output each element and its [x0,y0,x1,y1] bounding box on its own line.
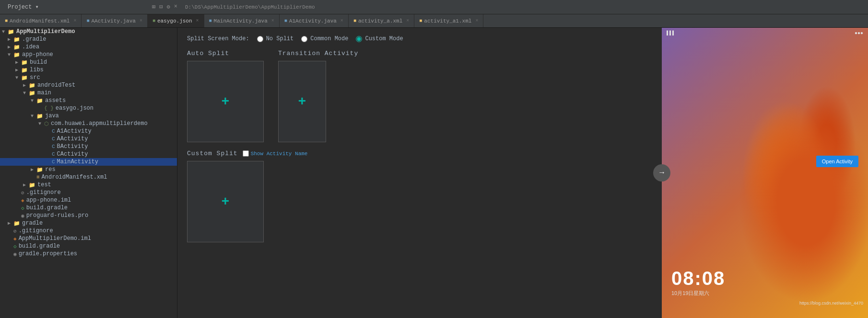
arrow-icon: ▶ [8,36,13,42]
tree-item-AndroidManifest[interactable]: ≡ AndroidManifest.xml [0,173,177,181]
folder-icon: 📁 [29,90,35,96]
split-screen-mode: Split Screen Mode: No Split Common Mode … [187,35,652,42]
arrow-icon: ▶ [23,82,29,88]
custom-split-plus-icon: + [222,194,230,209]
tab-AActivity[interactable]: ■ AActivity.java × [82,14,147,27]
date-display: 10月19日星期六 [671,290,709,297]
no-split-label[interactable]: No Split [266,35,294,42]
tree-item-gitignore-root[interactable]: ⊘ .gitignore [0,227,177,235]
common-mode-radio[interactable] [301,36,307,42]
tree-item-java[interactable]: ▼ 📁 java [0,112,177,120]
tree-item-AActivity[interactable]: C AActivity [0,135,177,143]
tree-item-build-gradle-root[interactable]: ◇ build.gradle [0,242,177,250]
tree-item-gradle-root[interactable]: ▶ 📁 gradle [0,219,177,227]
no-split-radio[interactable] [257,36,263,42]
tab-easygo[interactable]: ■ easygo.json × [148,14,204,27]
arrow-icon: ▼ [8,52,13,57]
tree-item-AppMultiplierDemo[interactable]: ▼ 📁 AppMultiplierDemo [0,28,177,35]
close-icon[interactable]: × [174,3,177,11]
custom-mode-radio[interactable] [356,36,362,42]
tab-close-activity-a[interactable]: × [406,18,409,23]
folder-icon: 📁 [21,59,28,66]
auto-split-section: Auto Split + [187,50,264,142]
gear-icon[interactable]: ⚙ [167,3,170,11]
tree-item-main[interactable]: ▼ 📁 main [0,89,177,97]
tab-close-AndroidManifest[interactable]: × [73,18,76,23]
tree-item-CActivity[interactable]: C CActivity [0,150,177,158]
auto-split-box[interactable]: + [187,61,264,142]
tree-item-app-iml[interactable]: ◈ app-phone.iml [0,196,177,204]
tree-item-build-gradle-app[interactable]: ◇ build.gradle [0,204,177,212]
tree-item-idea[interactable]: ▶ 📁 .idea [0,43,177,51]
xml-file-icon: ≡ [36,174,40,180]
tree-item-BActivity[interactable]: C BActivity [0,143,177,150]
tab-close-MainActivity[interactable]: × [271,18,274,23]
java-icon: ■ [209,18,212,23]
new-window-icon[interactable]: ⊞ [152,3,155,11]
tree-item-easygo-json[interactable]: { } easygo.json [0,104,177,112]
arrow-icon: ▼ [15,75,21,80]
json-icon: ■ [152,18,155,23]
folder-icon: 📁 [13,36,20,43]
tab-activity-a[interactable]: ■ activity_a.xml × [349,14,414,27]
signal-icon: ▌▌▌ [667,31,675,36]
tree-item-gradle-properties[interactable]: ◉ gradle.properties [0,250,177,258]
tree-item-MainActivity[interactable]: C MainActivity [0,158,177,166]
gitignore-icon: ⊘ [21,190,24,196]
arrow-button[interactable]: → [653,164,670,182]
time-display: 08:08 [671,268,725,289]
tree-item-gitignore-app[interactable]: ⊘ .gitignore [0,189,177,196]
transition-activity-section: Transition Activity + [278,50,358,142]
tab-AndroidManifest[interactable]: ■ AndroidManifest.xml × [0,14,82,27]
tree-item-build[interactable]: ▶ 📁 build [0,58,177,66]
tab-MainActivity[interactable]: ■ MainActivity.java × [204,14,280,27]
arrow-icon: ▶ [31,167,36,172]
tab-close-activity-a1[interactable]: × [475,18,478,23]
tree-item-res[interactable]: ▶ 📁 res [0,166,177,173]
custom-split-box[interactable]: + [187,161,264,242]
tree-item-proguard[interactable]: ◉ proguard-rules.pro [0,212,177,219]
arrow-icon: ▶ [23,182,29,188]
tree-item-test[interactable]: ▶ 📁 test [0,181,177,189]
show-activity-name-label[interactable]: Show Activity Name [251,151,308,157]
tree-item-assets[interactable]: ▼ 📁 assets [0,97,177,104]
tree-item-label: libs [30,67,44,73]
common-mode-group: Common Mode [301,35,348,42]
tab-close-A1Activity[interactable]: × [340,18,343,23]
split-icon[interactable]: ⊟ [159,3,163,11]
tree-item-androidTest[interactable]: ▶ 📁 androidTest [0,81,177,89]
custom-mode-label[interactable]: Custom Mode [365,35,403,42]
open-activity-button[interactable]: Open Activity [816,156,858,167]
tab-activity-a1[interactable]: ■ activity_a1.xml × [414,14,483,27]
transition-activity-box[interactable]: + [278,61,326,142]
java-file-icon: C [52,144,55,149]
package-icon: ⬡ [44,121,49,127]
java-file-icon: C [52,128,55,134]
tree-item-label: AndroidManifest.xml [42,174,107,181]
tab-close-easygo[interactable]: × [196,18,199,23]
tree-item-AppMultiplierDemo-iml[interactable]: ◈ AppMultiplierDemo.iml [0,235,177,242]
xml-icon: ■ [353,18,356,23]
show-activity-checkbox[interactable] [243,150,249,157]
tree-item-label: build [30,59,47,66]
gitignore-icon: ⊘ [13,228,17,234]
folder-icon: 📁 [21,67,28,73]
project-label[interactable]: Project ▾ [8,3,39,11]
tab-close-AActivity[interactable]: × [140,18,142,23]
title-icons: ⊞ ⊟ ⚙ × [152,3,177,11]
tree-item-app-phone[interactable]: ▼ 📁 app-phone [0,51,177,58]
tab-label: activity_a1.xml [424,18,471,24]
tab-label: AndroidManifest.xml [10,18,70,24]
tab-A1Activity[interactable]: ■ A1Activity.java × [280,14,349,27]
tree-item-src[interactable]: ▼ 📁 src [0,74,177,81]
java-icon: ■ [86,18,89,23]
tree-item-label: CActivity [57,151,88,158]
tree-item-gradle[interactable]: ▶ 📁 .gradle [0,35,177,43]
tree-item-package[interactable]: ▼ ⬡ com.huawei.appmultiplierdemo [0,120,177,127]
tree-item-libs[interactable]: ▶ 📁 libs [0,66,177,74]
java-file-icon: C [52,159,55,165]
common-mode-label[interactable]: Common Mode [310,35,348,42]
auto-split-plus-icon: + [222,94,230,109]
tree-item-A1Activity[interactable]: C A1Activity [0,127,177,135]
tree-item-label: A1Activity [57,128,92,135]
